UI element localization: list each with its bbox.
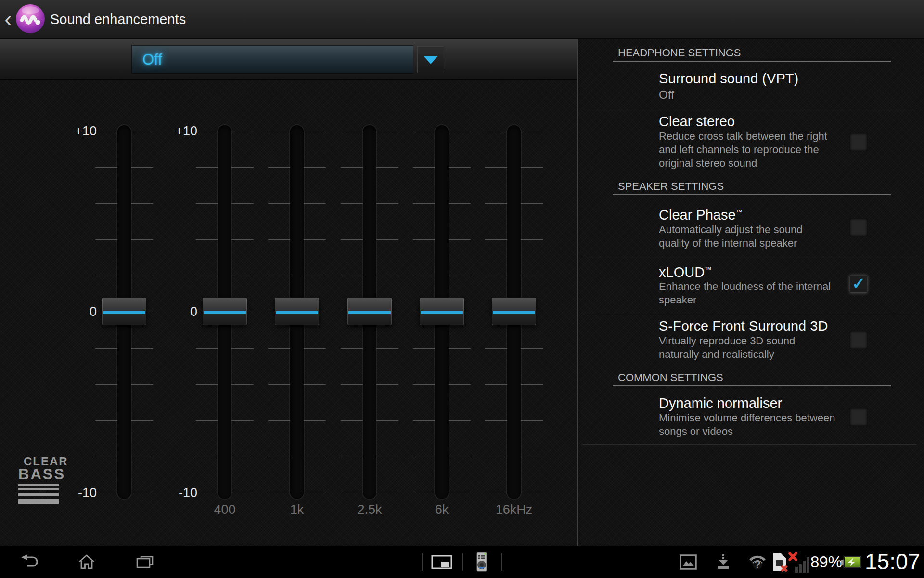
- wifi-status-icon: ?: [748, 552, 767, 573]
- scale-label-max: +10: [58, 124, 97, 138]
- battery-charging-icon: [841, 556, 861, 568]
- battery-status-icon: [841, 556, 861, 570]
- scale-label-min: -10: [58, 486, 97, 500]
- walkman-logo-icon: [15, 3, 45, 35]
- preset-dropdown-arrow-button[interactable]: [417, 46, 444, 73]
- section-underline: [613, 194, 891, 195]
- download-status-icon: [716, 554, 731, 572]
- desc-line: and left channels to reproduce the: [659, 143, 861, 157]
- section-underline: [613, 385, 891, 386]
- navbar-separator: [462, 553, 463, 571]
- scale-label-zero: 0: [159, 304, 197, 319]
- screen: ‹ Sound enhancements Off +10: [0, 0, 924, 578]
- eq-slider-6k[interactable]: [413, 125, 471, 511]
- recent-apps-icon: [136, 555, 154, 569]
- setting-title: Dynamic normaliser: [659, 395, 924, 411]
- wifi-question-icon: ?: [748, 552, 767, 571]
- home-button[interactable]: [78, 554, 95, 572]
- setting-item-xloud[interactable]: xLOUD™ Enhance the loudness of the inter…: [578, 256, 924, 313]
- eq-slider-400[interactable]: [196, 125, 254, 511]
- band-label-400: 400: [186, 502, 263, 517]
- sim-status-icon: [772, 552, 788, 574]
- back-chevron-icon[interactable]: ‹: [0, 7, 16, 31]
- checkmark-icon: ✓: [850, 276, 867, 292]
- navigation-bar: ? 89%: [0, 546, 924, 578]
- setting-item-dynamic-normaliser[interactable]: Dynamic normaliser Minimise volume diffe…: [578, 390, 924, 444]
- eq-slider-handle[interactable]: [492, 298, 536, 325]
- clear-bass-logo: CLEAR BASS: [18, 456, 59, 504]
- xloud-checkbox[interactable]: ✓: [850, 276, 867, 293]
- setting-description: Reduce cross talk between the right and …: [659, 130, 861, 170]
- eq-slider-handle[interactable]: [420, 298, 464, 325]
- clear-stereo-checkbox[interactable]: ✓: [850, 133, 867, 151]
- slider-handle-line: [421, 311, 463, 314]
- gallery-status-icon: [680, 554, 697, 572]
- section-header-headphone: HEADPHONE SETTINGS: [618, 46, 924, 60]
- navbar-separator: [501, 553, 502, 571]
- no-signal-icon: [788, 551, 810, 573]
- scale-label-max: +10: [159, 124, 197, 138]
- trademark-symbol: ™: [736, 208, 743, 216]
- section-header-common: COMMON SETTINGS: [618, 371, 924, 384]
- remote-control-button[interactable]: [475, 552, 488, 574]
- section-underline: [613, 61, 891, 62]
- setting-title: S-Force Front Surround 3D: [659, 318, 924, 334]
- sforce-checkbox[interactable]: ✓: [850, 331, 867, 349]
- preset-dropdown[interactable]: Off: [132, 46, 413, 73]
- setting-description: Enhance the loudness of the internal spe…: [659, 280, 861, 307]
- setting-title: Surround sound (VPT): [659, 70, 924, 87]
- setting-title: Clear stereo: [659, 113, 924, 130]
- recent-apps-button[interactable]: [136, 555, 154, 571]
- desc-line: quality of the internal speaker: [659, 236, 861, 250]
- eq-slider-handle[interactable]: [275, 298, 319, 325]
- band-label-1k: 1k: [258, 502, 335, 517]
- header-bar: ‹ Sound enhancements: [0, 0, 924, 39]
- eq-slider-handle[interactable]: [347, 298, 392, 325]
- svg-text:?: ?: [754, 558, 761, 571]
- eq-slider-handle[interactable]: [102, 298, 146, 325]
- slider-handle-line: [204, 311, 246, 314]
- eq-slider-clear-bass[interactable]: [95, 125, 153, 511]
- eq-slider-16k[interactable]: [485, 125, 543, 511]
- eq-slider-handle[interactable]: [203, 298, 247, 325]
- setting-description: Virtually reproduce 3D sound naturally a…: [659, 334, 861, 361]
- desc-line: Automatically adjust the sound: [659, 223, 861, 236]
- back-button[interactable]: [20, 554, 39, 571]
- desc-line: speaker: [659, 293, 861, 307]
- band-label-2.5k: 2.5k: [331, 502, 408, 517]
- item-divider: [583, 444, 917, 445]
- desc-line: original stereo sound: [659, 157, 861, 170]
- remote-control-icon: [475, 552, 488, 572]
- desc-line: naturally and realistically: [659, 348, 861, 361]
- setting-item-sforce-surround[interactable]: S-Force Front Surround 3D Virtually repr…: [578, 313, 924, 367]
- sim-error-icon: [772, 552, 788, 572]
- slider-handle-line: [348, 311, 391, 314]
- dynamic-normaliser-checkbox[interactable]: ✓: [850, 408, 867, 426]
- setting-item-surround-sound[interactable]: Surround sound (VPT) Off: [578, 66, 924, 108]
- download-icon: [716, 554, 731, 570]
- clear-phase-checkbox[interactable]: ✓: [850, 219, 867, 236]
- scale-label-min: -10: [159, 486, 197, 500]
- clock: 15:07: [865, 546, 920, 578]
- desc-line: Enhance the loudness of the internal: [659, 280, 861, 293]
- gallery-icon: [680, 554, 697, 570]
- setting-description: Minimise volume differences between song…: [659, 411, 861, 438]
- clear-bass-bar: [18, 484, 59, 486]
- setting-item-clear-phase[interactable]: Clear Phase™ Automatically adjust the so…: [578, 199, 924, 256]
- title-text: xLOUD: [659, 264, 705, 279]
- band-label-6k: 6k: [403, 502, 480, 517]
- desc-line: Virtually reproduce 3D sound: [659, 334, 861, 348]
- small-apps-icon: [431, 555, 452, 569]
- page-title: Sound enhancements: [50, 0, 186, 39]
- eq-slider-1k[interactable]: [268, 125, 326, 511]
- small-apps-button[interactable]: [431, 555, 452, 571]
- eq-slider-2.5k[interactable]: [341, 125, 398, 511]
- setting-item-clear-stereo[interactable]: Clear stereo Reduce cross talk between t…: [578, 108, 924, 176]
- preset-selected-value: Off: [142, 51, 162, 68]
- section-header-speaker: SPEAKER SETTINGS: [618, 180, 924, 193]
- setting-value: Off: [659, 88, 924, 102]
- clear-bass-logo-line2: BASS: [18, 467, 59, 482]
- preset-strip: Off: [0, 39, 578, 80]
- slider-handle-line: [276, 311, 318, 314]
- slider-handle-line: [103, 311, 145, 314]
